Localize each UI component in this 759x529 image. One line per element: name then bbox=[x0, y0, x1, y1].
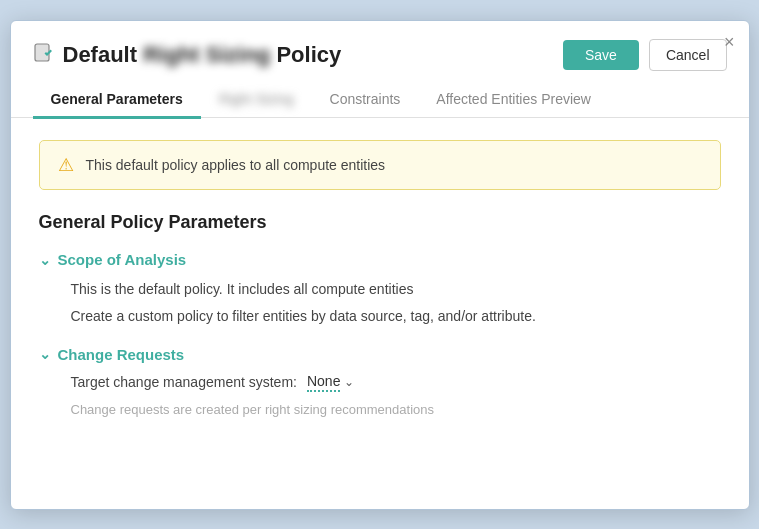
scope-content: This is the default policy. It includes … bbox=[39, 278, 721, 328]
scope-line-1: This is the default policy. It includes … bbox=[71, 278, 721, 300]
title-row: Default Right Sizing Policy bbox=[33, 41, 342, 68]
save-button[interactable]: Save bbox=[563, 40, 639, 70]
dropdown-chevron-icon: ⌄ bbox=[344, 375, 354, 389]
scope-header[interactable]: ⌄ Scope of Analysis bbox=[39, 251, 721, 268]
change-requests-section: ⌄ Change Requests Target change manageme… bbox=[39, 346, 721, 417]
modal-actions: Save Cancel bbox=[563, 39, 727, 71]
policy-icon bbox=[33, 41, 55, 68]
modal-body: ⚠ This default policy applies to all com… bbox=[11, 118, 749, 459]
modal-dialog: × Default Right Sizing Policy Save C bbox=[10, 20, 750, 510]
blurred-tab-label: Right Sizing bbox=[219, 91, 294, 107]
change-requests-label: Change Requests bbox=[58, 346, 185, 363]
section-title: General Policy Parameters bbox=[39, 212, 721, 233]
tab-affected-entities[interactable]: Affected Entities Preview bbox=[418, 81, 609, 119]
tab-blurred[interactable]: Right Sizing bbox=[201, 81, 312, 119]
tab-general-parameters[interactable]: General Parameters bbox=[33, 81, 201, 119]
dropdown-value: None bbox=[307, 373, 340, 392]
blurred-title: Right Sizing bbox=[143, 42, 270, 68]
change-requests-chevron-icon: ⌄ bbox=[39, 346, 51, 362]
svg-rect-0 bbox=[35, 44, 49, 61]
scope-section: ⌄ Scope of Analysis This is the default … bbox=[39, 251, 721, 328]
target-row: Target change management system: None ⌄ bbox=[71, 373, 721, 392]
alert-text: This default policy applies to all compu… bbox=[86, 157, 386, 173]
scope-label: Scope of Analysis bbox=[58, 251, 187, 268]
scope-chevron-icon: ⌄ bbox=[39, 252, 51, 268]
hint-text: Change requests are created per right si… bbox=[71, 402, 721, 417]
alert-banner: ⚠ This default policy applies to all com… bbox=[39, 140, 721, 190]
change-requests-content: Target change management system: None ⌄ … bbox=[39, 373, 721, 417]
change-requests-header[interactable]: ⌄ Change Requests bbox=[39, 346, 721, 363]
close-button[interactable]: × bbox=[724, 33, 735, 51]
modal-title: Default Right Sizing Policy bbox=[63, 42, 342, 68]
target-dropdown[interactable]: None ⌄ bbox=[305, 373, 356, 392]
modal-header: Default Right Sizing Policy Save Cancel bbox=[11, 21, 749, 81]
tab-constraints[interactable]: Constraints bbox=[312, 81, 419, 119]
scope-line-2: Create a custom policy to filter entitie… bbox=[71, 305, 721, 327]
tab-bar: General Parameters Right Sizing Constrai… bbox=[11, 81, 749, 119]
cancel-button[interactable]: Cancel bbox=[649, 39, 727, 71]
target-label: Target change management system: bbox=[71, 374, 297, 390]
warning-icon: ⚠ bbox=[58, 154, 74, 176]
